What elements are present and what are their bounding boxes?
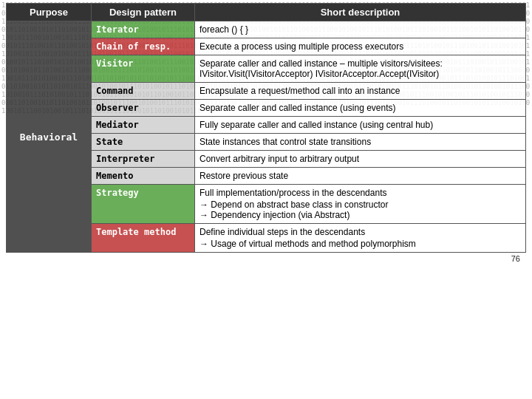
pattern-cell: Command xyxy=(92,83,195,100)
description-cell: Convert arbitrary input to arbitrary out… xyxy=(195,151,526,168)
description-cell: Fully separate caller and called instanc… xyxy=(195,117,526,134)
pattern-cell: Memento xyxy=(92,168,195,185)
header-pattern: Design pattern xyxy=(92,4,195,21)
table-row: BehavioralIteratorforeach () { } xyxy=(7,21,526,38)
purpose-cell-behavioral: Behavioral xyxy=(7,21,92,253)
description-cell: Encapsulate a request/method call into a… xyxy=(195,83,526,100)
description-cell: foreach () { } xyxy=(195,21,526,38)
pattern-cell: Chain of resp. xyxy=(92,38,195,55)
main-table-wrapper: Purpose Design pattern Short description… xyxy=(0,0,532,266)
pattern-cell: Iterator xyxy=(92,21,195,38)
description-cell: Define individual steps in the descendan… xyxy=(195,224,526,253)
pattern-cell: Visitor xyxy=(92,55,195,83)
description-cell: Execute a process using multiple process… xyxy=(195,38,526,55)
page-number: 76 xyxy=(6,253,526,263)
header-purpose: Purpose xyxy=(7,4,92,21)
purpose-label: Behavioral xyxy=(20,130,78,144)
description-cell: State instances that control state trans… xyxy=(195,134,526,151)
pattern-cell: State xyxy=(92,134,195,151)
pattern-cell: Mediator xyxy=(92,117,195,134)
pattern-cell: Observer xyxy=(92,100,195,117)
pattern-cell: Interpreter xyxy=(92,151,195,168)
header-row: Purpose Design pattern Short description xyxy=(7,4,526,21)
header-desc: Short description xyxy=(195,4,526,21)
description-cell: Restore previous state xyxy=(195,168,526,185)
pattern-cell: Template method xyxy=(92,224,195,253)
design-patterns-table: Purpose Design pattern Short description… xyxy=(6,3,526,253)
description-cell: Separate caller and called instance – mu… xyxy=(195,55,526,83)
description-cell: Full implementation/process in the desce… xyxy=(195,185,526,224)
pattern-cell: Strategy xyxy=(92,185,195,224)
description-cell: Separate caller and called instance (usi… xyxy=(195,100,526,117)
